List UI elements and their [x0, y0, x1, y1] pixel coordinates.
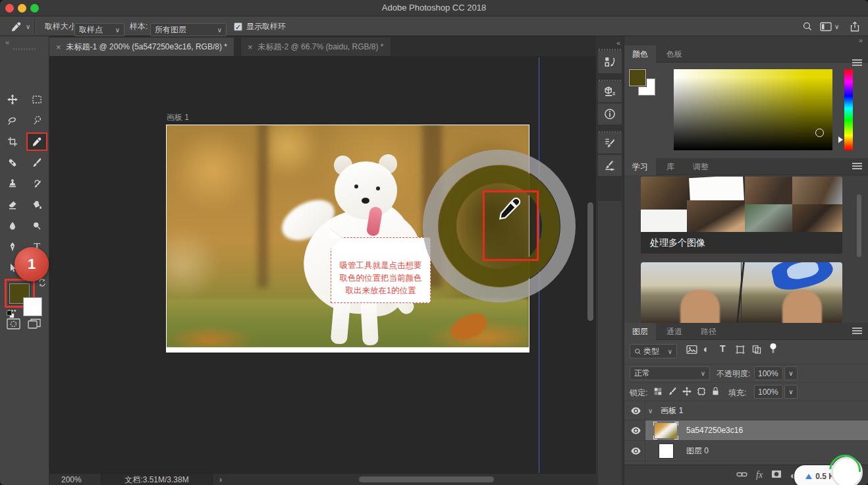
collapse-toolbar-button[interactable]: « — [5, 38, 9, 46]
info-panel-button[interactable] — [598, 103, 622, 125]
fill-value[interactable]: 100% — [754, 385, 783, 399]
eraser-tool[interactable] — [3, 197, 22, 213]
document-tab-2[interactable]: × 未标题-2 @ 66.7% (baidu, RGB/8) * — [240, 38, 391, 56]
tab-paths[interactable]: 路径 — [693, 323, 724, 340]
clone-stamp-tool[interactable] — [3, 176, 22, 192]
lock-all-button[interactable] — [711, 386, 720, 398]
layer-thumbnail[interactable] — [653, 422, 678, 440]
lasso-tool[interactable] — [3, 113, 22, 128]
visibility-eye-icon[interactable] — [630, 447, 641, 455]
dodge-tool[interactable] — [28, 218, 46, 234]
filter-type-dropdown[interactable]: 类型 ∨ — [630, 344, 677, 358]
marquee-tool[interactable] — [28, 92, 46, 107]
lock-pixels-button[interactable] — [668, 387, 677, 398]
hue-slider-arrow[interactable] — [838, 136, 843, 143]
status-expand-chevron[interactable]: › — [219, 475, 222, 484]
layer-name[interactable]: 5a547250e3c16 — [686, 426, 743, 435]
lock-position-button[interactable] — [682, 387, 692, 398]
tab-channels[interactable]: 通道 — [659, 323, 690, 340]
opacity-dropdown-button[interactable]: ∨ — [784, 366, 798, 380]
crop-tool[interactable] — [3, 134, 22, 150]
eyedropper-tool-preset[interactable]: ∨ — [11, 16, 30, 36]
opacity-value[interactable]: 100% — [754, 366, 783, 380]
layer-name[interactable]: 图层 0 — [686, 445, 709, 457]
canvas-vertical-scrollbar[interactable] — [587, 202, 593, 321]
screen-mode-button[interactable] — [28, 318, 41, 331]
background-color-swatch[interactable] — [23, 297, 42, 316]
artboard-label[interactable]: 画板 1 — [167, 112, 189, 123]
show-ring-checkbox[interactable]: ✓ 显示取样环 — [234, 16, 286, 36]
saturation-brightness-field[interactable] — [674, 69, 832, 150]
layer-row-image[interactable]: 5a547250e3c16 — [624, 420, 868, 440]
healing-brush-tool[interactable] — [3, 155, 22, 171]
history-brush-tool[interactable] — [28, 176, 46, 192]
layer-style-button[interactable]: fx — [756, 470, 763, 480]
collapse-panels-button[interactable]: » — [859, 36, 862, 44]
hue-slider[interactable] — [844, 69, 853, 150]
share-button[interactable] — [850, 16, 860, 36]
foreground-color-swatch-small[interactable] — [629, 69, 646, 86]
panel-menu-icon[interactable] — [852, 165, 862, 167]
divider — [34, 19, 35, 34]
tab-adjustments[interactable]: 调整 — [685, 158, 717, 175]
tab-color[interactable]: 颜色 — [624, 45, 656, 63]
search-button[interactable] — [802, 16, 813, 36]
canvas-horizontal-scrollbar[interactable] — [359, 476, 494, 482]
checkbox-checked-icon[interactable]: ✓ — [234, 22, 242, 31]
properties-panel-button[interactable] — [598, 81, 622, 102]
tab-swatches[interactable]: 色板 — [659, 45, 690, 63]
zoom-level[interactable]: 200% — [61, 475, 82, 484]
link-layers-button[interactable] — [736, 471, 747, 480]
layer-thumbnail[interactable] — [659, 443, 674, 459]
tab-layers[interactable]: 图层 — [624, 323, 656, 340]
history-panel-button[interactable] — [598, 51, 622, 73]
filter-type-layers-button[interactable]: T — [720, 343, 726, 354]
visibility-eye-icon[interactable] — [630, 407, 641, 414]
layer-filter-toggle[interactable] — [769, 343, 777, 357]
brush-tool[interactable] — [28, 155, 46, 171]
brush-settings-panel-button[interactable] — [598, 132, 622, 154]
workspace-icon — [820, 22, 832, 32]
filter-pixel-layers-button[interactable] — [686, 345, 697, 357]
toolbar-gripper[interactable] — [13, 48, 36, 50]
color-field-cursor[interactable] — [815, 128, 824, 137]
canvas[interactable]: 画板 1 — [49, 56, 596, 473]
add-mask-button[interactable] — [771, 470, 782, 480]
lock-artboard-button[interactable] — [697, 387, 706, 398]
eyedropper-tool[interactable] — [28, 134, 46, 150]
titlebar: Adobe Photoshop CC 2018 — [0, 0, 868, 16]
filter-shape-layers-button[interactable] — [735, 345, 746, 357]
paint-bucket-tool[interactable] — [28, 197, 46, 213]
close-icon[interactable]: × — [248, 42, 253, 52]
layer-row-artboard[interactable]: ∨ 画板 1 — [624, 401, 868, 420]
quick-mask-button[interactable] — [7, 318, 20, 331]
sample-dropdown[interactable]: 所有图层∨ — [150, 23, 227, 36]
brushes-panel-button[interactable] — [598, 155, 622, 176]
lock-transparency-button[interactable] — [653, 387, 663, 398]
move-tool[interactable] — [3, 92, 22, 107]
layer-row-background[interactable]: 图层 0 — [624, 441, 868, 461]
sample-size-dropdown[interactable]: 取样点∨ — [74, 23, 124, 36]
learn-card-partial[interactable] — [641, 262, 842, 323]
tab-libraries[interactable]: 库 — [659, 158, 682, 175]
blend-mode-dropdown[interactable]: 正常 ∨ — [630, 366, 710, 380]
tool-panel: « T ••• 1 — [0, 36, 49, 485]
visibility-eye-icon[interactable] — [630, 427, 641, 434]
fill-dropdown-button[interactable]: ∨ — [784, 385, 798, 399]
tab-learn[interactable]: 学习 — [624, 158, 656, 175]
expand-group-chevron[interactable]: ∨ — [648, 407, 653, 414]
panel-menu-icon[interactable] — [852, 330, 862, 331]
close-icon[interactable]: × — [56, 42, 61, 52]
filter-smart-objects-button[interactable] — [751, 345, 762, 357]
expand-panels-button[interactable]: « — [616, 39, 620, 47]
blur-tool[interactable] — [3, 218, 22, 234]
filter-adjustment-layers-button[interactable]: ◐ — [703, 343, 709, 355]
document-tab-1[interactable]: × 未标题-1 @ 200% (5a547250e3c16, RGB/8) * — [49, 38, 234, 56]
swap-colors-icon[interactable] — [38, 279, 46, 289]
layer-name[interactable]: 画板 1 — [661, 405, 683, 416]
workspace-switcher[interactable]: ∨ — [820, 16, 839, 36]
learn-panel-scrollbar[interactable] — [857, 194, 861, 257]
quick-selection-tool[interactable] — [28, 113, 46, 128]
learn-card-multiple-images[interactable]: 处理多个图像 — [641, 177, 842, 254]
document-info[interactable]: 文档:3.51M/3.38M — [101, 474, 213, 485]
